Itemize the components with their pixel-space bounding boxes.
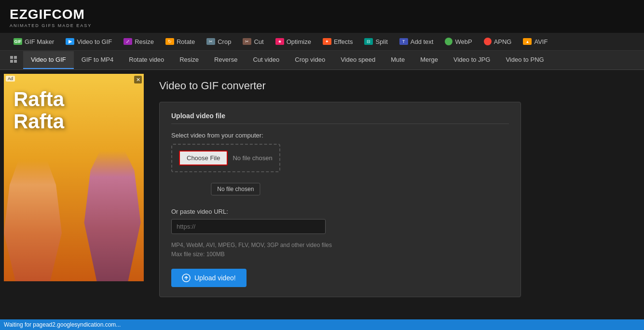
sub-nav-item-mute[interactable]: Mute [383,51,412,69]
nav-label-avif: AVIF [534,38,548,45]
sub-nav-item-merge[interactable]: Merge [412,51,446,69]
ad-label: Ad [6,76,15,82]
main-layout: Ad ✕ Rafta Rafta Video to GIF converter … [0,70,644,307]
nav-item-split[interactable]: ⊟ Split [358,33,393,50]
nav-item-gif-maker[interactable]: GIF GIF Maker [8,33,60,50]
status-bar: Waiting for pagead2.googlesyndication.co… [0,319,644,330]
file-formats-text: MP4, WebM, AVI, MPEG, FLV, MOV, 3GP and … [171,241,509,259]
tooltip-no-file: No file chosen [211,183,260,195]
gif-icon: GIF [14,38,22,45]
logo-sub: ANIMATED GIFS MADE EASY [10,23,92,28]
effects-icon: ✦ [323,38,331,45]
apng-icon [484,38,492,45]
sub-nav-item-reverse[interactable]: Reverse [206,51,245,69]
nav-label-webp: WebP [455,38,472,45]
svg-rect-1 [14,56,17,59]
nav-label-gif-maker: GIF Maker [25,38,54,45]
nav-item-effects[interactable]: ✦ Effects [317,33,359,50]
svg-rect-0 [10,56,13,59]
ad-sidebar: Ad ✕ Rafta Rafta [0,70,145,307]
nav-label-apng: APNG [494,38,512,45]
sub-nav-item-video-speed[interactable]: Video speed [333,51,383,69]
nav-item-video-to-gif[interactable]: ▶ Video to GIF [60,33,118,50]
svg-rect-2 [10,60,13,63]
sub-nav-item-video-to-png[interactable]: Video to PNG [498,51,551,69]
sub-nav-item-crop-video[interactable]: Crop video [287,51,333,69]
avif-icon: ▲ [523,38,532,45]
crop-icon: ✂ [206,38,215,45]
status-text: Waiting for pagead2.googlesyndication.co… [4,321,121,328]
ad-box: Ad ✕ Rafta Rafta [4,74,144,281]
no-file-chosen-text: No file chosen [233,154,272,162]
file-input-area: Choose File No file chosen [171,144,280,172]
upload-btn-label: Upload video! [194,274,236,282]
sub-nav-grid-icon [4,51,23,69]
nav-item-webp[interactable]: WebP [439,33,478,50]
ad-title-line1: Rafta [14,88,64,110]
nav-label-add-text: Add text [411,38,434,45]
nav-item-add-text[interactable]: T Add text [394,33,439,50]
optimize-icon: ★ [275,38,284,45]
url-input[interactable] [171,219,326,234]
ad-title-line2: Rafta [14,110,64,133]
select-label: Select video from your computer: [171,132,509,139]
nav-label-resize: Resize [135,38,154,45]
person-right [81,151,144,281]
nav-label-rotate: Rotate [177,38,195,45]
logo: EZGIFCOM ANIMATED GIFS MADE EASY [10,7,92,28]
nav-item-resize[interactable]: ⤢ Resize [118,33,160,50]
nav-label-optimize: Optimize [287,38,311,45]
sub-nav: Video to GIF GIF to MP4 Rotate video Res… [0,51,644,70]
logo-text: EZGIFCOM [10,7,92,22]
nav-label-split: Split [375,38,387,45]
nav-item-rotate[interactable]: ↻ Rotate [160,33,201,50]
nav-label-effects: Effects [334,38,353,45]
upload-box-title: Upload video file [171,112,509,124]
sub-nav-item-rotate-video[interactable]: Rotate video [121,51,172,69]
nav-item-cut[interactable]: ✂ Cut [237,33,269,50]
or-paste-label: Or paste video URL: [171,208,509,215]
rotate-icon: ↻ [165,38,174,45]
upload-box: Upload video file Select video from your… [159,102,521,297]
nav-item-optimize[interactable]: ★ Optimize [270,33,317,50]
content-area: Video to GIF converter Upload video file… [145,70,644,307]
nav-item-crop[interactable]: ✂ Crop [201,33,237,50]
header: EZGIFCOM ANIMATED GIFS MADE EASY [0,0,644,33]
ad-people [4,156,144,281]
sub-nav-item-video-to-jpg[interactable]: Video to JPG [446,51,498,69]
nav-label-video-to-gif: Video to GIF [77,38,112,45]
nav-label-crop: Crop [218,38,231,45]
nav-item-avif[interactable]: ▲ AVIF [517,33,553,50]
sub-nav-item-resize[interactable]: Resize [172,51,206,69]
webp-icon [445,38,452,45]
nav-label-cut: Cut [254,38,263,45]
split-icon: ⊟ [364,38,373,45]
sub-nav-item-video-to-gif[interactable]: Video to GIF [23,51,74,69]
page-title: Video to GIF converter [159,80,630,92]
cut-icon: ✂ [243,38,251,45]
ad-close-button[interactable]: ✕ [134,76,142,83]
svg-rect-3 [14,60,17,63]
resize-icon: ⤢ [123,38,132,45]
top-nav: GIF GIF Maker ▶ Video to GIF ⤢ Resize ↻ … [0,33,644,51]
video-icon: ▶ [66,38,74,45]
sub-nav-item-gif-to-mp4[interactable]: GIF to MP4 [74,51,121,69]
text-icon: T [399,38,408,45]
nav-item-apng[interactable]: APNG [478,33,518,50]
upload-icon [182,274,191,282]
choose-file-button[interactable]: Choose File [179,151,228,165]
ad-title: Rafta Rafta [14,88,64,133]
upload-button[interactable]: Upload video! [171,269,247,287]
person-left [4,161,62,281]
sub-nav-item-cut-video[interactable]: Cut video [245,51,287,69]
